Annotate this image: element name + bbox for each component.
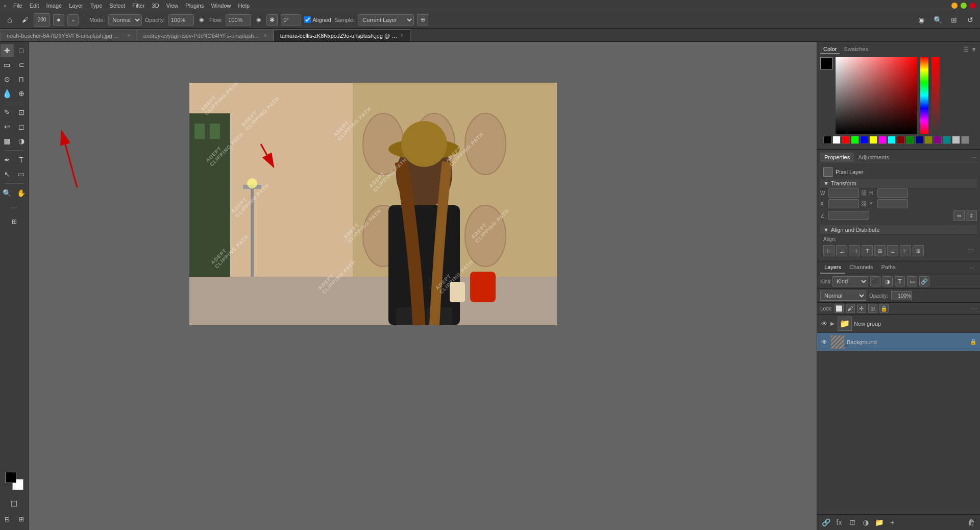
crop-tool[interactable]: ⊓ (15, 73, 28, 86)
horizontal-type-tool[interactable]: T (15, 153, 28, 166)
swatch-8[interactable] (888, 136, 896, 144)
filter-shape-btn[interactable]: ▭ (907, 276, 917, 286)
swatch-3[interactable] (842, 136, 850, 144)
menu-filter[interactable]: Filter (132, 3, 144, 9)
properties-more[interactable]: ··· (971, 153, 977, 162)
transform-section[interactable]: ▼ Transform (820, 179, 977, 188)
lock-transparent-btn[interactable]: ⬜ (835, 304, 844, 313)
layer-item-group[interactable]: 👁 ▶ 📁 New group (817, 315, 980, 333)
toggle-brushes-panel[interactable]: ● (53, 14, 64, 26)
zoom-tool[interactable]: 🔍 (1, 186, 14, 200)
lock-image-btn[interactable]: 🖌 (846, 304, 855, 313)
hue-strip[interactable] (920, 57, 928, 134)
menu-type[interactable]: Type (90, 3, 103, 9)
tab-1[interactable]: noah-buscher-8A7fD6Y5VF8-unsplash.jpg @ … (0, 29, 137, 41)
lock-more[interactable]: ··· (972, 305, 977, 312)
more-tools[interactable]: ··· (8, 201, 21, 214)
swatch-2[interactable] (832, 136, 841, 144)
menu-select[interactable]: Select (110, 3, 126, 9)
add-mask-btn[interactable]: ⊡ (847, 517, 858, 528)
flip-v-btn[interactable]: ⇕ (966, 210, 977, 221)
h-input[interactable] (877, 188, 908, 198)
swatch-4[interactable] (851, 136, 859, 144)
color-gradient-box[interactable] (836, 57, 917, 134)
align-v-center[interactable]: ⊞ (874, 245, 886, 256)
flow-pressure-btn[interactable]: ◉ (254, 15, 263, 25)
eyedropper-tool[interactable]: 💧 (1, 87, 14, 100)
align-more[interactable]: ··· (968, 245, 974, 256)
flow-input[interactable] (226, 14, 251, 26)
x-input[interactable] (828, 199, 859, 208)
align-section[interactable]: ▼ Align and Distribute (820, 225, 977, 235)
tab-channels[interactable]: Channels (845, 261, 877, 274)
layer-group-visibility[interactable]: 👁 (820, 320, 828, 328)
add-layer-style-btn[interactable]: fx (834, 517, 845, 528)
home-button[interactable]: ⌂ (3, 13, 16, 27)
ignore-adjustment-btn[interactable]: ⊕ (417, 14, 428, 26)
clone-source-btn[interactable]: ◉ (915, 13, 928, 27)
filter-smart-btn[interactable]: 🔗 (919, 276, 929, 286)
link-layers-btn[interactable]: 🔗 (820, 517, 831, 528)
swatch-7[interactable] (878, 136, 887, 144)
menu-help[interactable]: Help (238, 3, 250, 9)
swatch-9[interactable] (897, 136, 905, 144)
flip-h-btn[interactable]: ⇔ (953, 210, 965, 221)
layer-bg-visibility[interactable]: 👁 (820, 338, 828, 346)
brush-tool[interactable]: ✎ (1, 106, 14, 119)
layers-more[interactable]: ··· (966, 261, 977, 274)
tab-layers[interactable]: Layers (820, 261, 845, 274)
shape-tool[interactable]: ▭ (15, 167, 28, 181)
eraser-tool[interactable]: ◻ (15, 120, 28, 133)
menu-file[interactable]: File (13, 3, 22, 9)
edit-toolbar-btn[interactable]: ⊞ (8, 215, 21, 228)
align-bottom-edges[interactable]: ⊥ (887, 245, 898, 256)
color-panel-collapse[interactable]: ▼ (971, 46, 977, 53)
tab-1-close[interactable]: × (127, 33, 130, 38)
align-h-center[interactable]: ⊥ (836, 245, 847, 256)
close-button[interactable] (970, 3, 976, 9)
arrange-btn[interactable]: ⊞ (947, 13, 961, 27)
swatch-1[interactable] (823, 136, 831, 144)
tab-2-close[interactable]: × (264, 33, 267, 38)
tab-paths[interactable]: Paths (877, 261, 900, 274)
alpha-strip[interactable] (932, 57, 940, 134)
lasso-tool[interactable]: ⊂ (15, 58, 28, 71)
link-xy-icon[interactable]: ⛓ (861, 200, 867, 207)
screen-mode-btn[interactable]: ⊟ (1, 513, 14, 526)
swatch-15[interactable] (952, 136, 960, 144)
layers-kind-select[interactable]: Kind (832, 276, 868, 286)
color-panel-menu[interactable]: ☰ (963, 46, 969, 53)
move-tool[interactable]: ✚ (1, 44, 14, 57)
swatch-12[interactable] (924, 136, 933, 144)
menu-edit[interactable]: Edit (30, 3, 39, 9)
clone-stamp-tool[interactable]: ⊡ (15, 106, 28, 119)
tab-swatches[interactable]: Swatches (841, 45, 871, 54)
filter-pixel-btn[interactable]: ⬛ (870, 276, 880, 286)
path-selection-tool[interactable]: ↖ (1, 167, 14, 181)
angle-input-props[interactable] (828, 211, 869, 220)
new-group-btn[interactable]: 📁 (873, 517, 885, 528)
tab-2[interactable]: andrey-zvyagintsev-PdcNOb4IYFs-unsplash.… (137, 29, 274, 41)
tool-preset-picker[interactable]: 🖌 (18, 13, 32, 27)
dodge-tool[interactable]: ◑ (15, 134, 28, 148)
rotate-view-btn[interactable]: ↺ (964, 13, 977, 27)
spot-healing-brush[interactable]: ⊕ (15, 87, 28, 100)
maximize-button[interactable] (961, 3, 967, 9)
frame-mode-btn[interactable]: ⊞ (15, 513, 28, 526)
new-fill-layer-btn[interactable]: ◑ (860, 517, 871, 528)
sample-select[interactable]: Current Layer (358, 14, 414, 26)
filter-type-btn[interactable]: T (895, 276, 905, 286)
tab-properties[interactable]: Properties (820, 153, 854, 162)
menu-image[interactable]: Image (46, 3, 62, 9)
menu-window[interactable]: Window (211, 3, 231, 9)
tab-3[interactable]: tamara-bellis-zK8NxpoJZ9o-unsplash.jpg @… (274, 29, 410, 41)
distribute-left[interactable]: ⊢ (900, 245, 911, 256)
toggle-pressure[interactable]: ⌄ (67, 14, 79, 26)
opacity-input[interactable] (168, 14, 194, 26)
layers-blend-select[interactable]: Normal (820, 291, 866, 301)
align-left-edges[interactable]: ⊢ (823, 245, 835, 256)
menu-plugins[interactable]: Plugins (185, 3, 204, 9)
opacity-pressure-btn[interactable]: ◉ (197, 15, 206, 25)
distribute-h-center[interactable]: ⊞ (913, 245, 924, 256)
tab-3-close[interactable]: × (401, 33, 404, 38)
